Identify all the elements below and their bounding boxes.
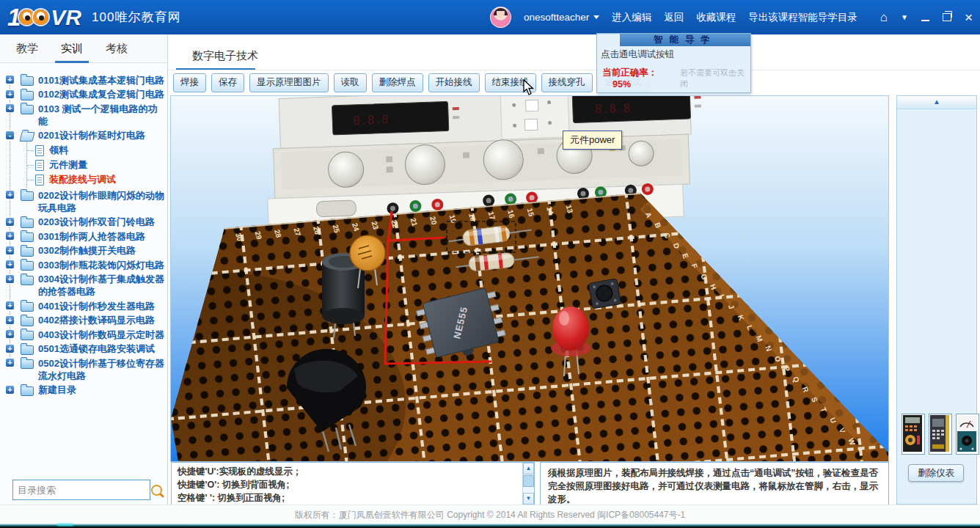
header-menu-item-1[interactable]: 进入编辑 <box>612 11 651 24</box>
instrument-panel: ▲ <box>896 95 977 505</box>
folder-icon <box>21 76 34 86</box>
search-input[interactable] <box>13 485 151 496</box>
scroll-down-button[interactable]: ▼ <box>523 493 534 505</box>
tree-leaf[interactable]: 领料 <box>27 143 167 158</box>
tree-leaf[interactable]: 元件测量 <box>27 158 167 172</box>
home-icon[interactable]: ⌂ <box>880 11 888 23</box>
tab-course[interactable]: 数字电子技术 <box>192 49 258 63</box>
tree-node-label: 0302制作触摸开关电路 <box>38 244 166 257</box>
header-menu-item-3[interactable]: 收藏课程 <box>696 11 736 24</box>
tree-node-label: 0102测试集成复合逻辑门电路 <box>38 88 166 101</box>
header-menu-item-2[interactable]: 返回 <box>664 11 684 24</box>
tab-divider <box>167 70 980 70</box>
panel-scroll-up-button[interactable]: ▲ <box>897 96 976 109</box>
expander-icon[interactable]: + <box>6 316 14 324</box>
app-window: 1 VR 100唯尔教育网 onesoftteacher 进入编辑返回收藏课程导… <box>0 0 980 528</box>
username-menu[interactable]: onesoftteacher <box>524 12 599 23</box>
tree-node[interactable]: +0202设计制作眼睛闪烁的动物玩具电路 <box>0 188 167 215</box>
expander-icon[interactable]: + <box>6 386 14 394</box>
expander-icon[interactable]: + <box>6 76 14 84</box>
expander-icon[interactable]: + <box>6 246 14 254</box>
restore-window-button[interactable] <box>943 13 951 21</box>
tree-node[interactable]: -0201设计制作延时灯电路 <box>0 128 167 143</box>
copyright-text: 版权所有：厦门凤凰创壹软件有限公司 Copyright © 2014 All R… <box>295 510 685 520</box>
instrument-list <box>902 414 979 455</box>
close-button[interactable]: × <box>965 10 973 24</box>
toolbar-button-3[interactable]: 显示原理图图片 <box>249 73 329 92</box>
expander-icon[interactable]: + <box>6 232 14 240</box>
site-logo[interactable]: 1 VR <box>7 4 81 32</box>
search-icon[interactable] <box>151 485 162 496</box>
smart-guide-panel[interactable]: 智能导学 点击通电调试按钮 当前正确率：95% 若不需要可双击关闭 <box>596 33 751 93</box>
tree-node[interactable]: +0401设计制作秒发生器电路 <box>0 298 167 313</box>
digital-multimeter-thumbnail[interactable] <box>902 414 925 455</box>
document-icon <box>35 160 44 171</box>
document-icon <box>35 175 44 186</box>
3d-viewport[interactable]: 0.8.8 8.8.8 <box>170 95 889 462</box>
task-instruction-text: 须根据原理图片，装配布局并接线焊接，通过点击“通电调试”按钮，验证检查是否完全按… <box>541 463 888 506</box>
expander-icon[interactable]: + <box>6 345 14 353</box>
logo-eye-icon <box>33 10 48 25</box>
expander-icon[interactable]: + <box>6 301 14 309</box>
tree-node[interactable]: +0203设计制作双音门铃电路 <box>0 215 167 230</box>
toolbar-button-6[interactable]: 开始接线 <box>428 73 480 92</box>
expander-icon[interactable]: + <box>6 330 14 338</box>
toolbar-button-2[interactable]: 保存 <box>211 73 244 92</box>
expander-icon[interactable]: + <box>6 104 14 112</box>
analog-multimeter-thumbnail[interactable] <box>956 414 979 455</box>
dropdown-icon[interactable]: ▼ <box>901 13 908 21</box>
toolbar-button-7[interactable]: 结束接线 <box>485 73 536 92</box>
folder-icon <box>21 191 34 201</box>
scrollbar-thumb[interactable] <box>523 475 534 487</box>
tree-node[interactable]: +0101测试集成基本逻辑门电路 <box>0 73 167 87</box>
folder-icon <box>19 132 34 142</box>
tree-node-label: 0202设计制作眼睛闪烁的动物玩具电路 <box>38 188 166 214</box>
signal-meter-thumbnail[interactable] <box>929 414 952 455</box>
tree-node-label: 0401设计制作秒发生器电路 <box>38 299 166 312</box>
push-button[interactable] <box>588 279 621 309</box>
top-header-bar: 1 VR 100唯尔教育网 onesoftteacher 进入编辑返回收藏课程导… <box>0 0 980 34</box>
document-icon <box>35 145 44 156</box>
tree-node[interactable]: +0103 测试一个逻辑电路的功能 <box>0 101 167 128</box>
tree-node-label: 0403设计制作数码显示定时器 <box>38 328 166 341</box>
tree-node[interactable]: +0102测试集成复合逻辑门电路 <box>0 87 167 102</box>
expander-icon[interactable]: - <box>6 131 14 139</box>
toolbar-button-4[interactable]: 读取 <box>334 73 367 92</box>
tree-node[interactable]: +0403设计制作数码显示定时器 <box>0 327 167 342</box>
tree-leaf[interactable]: 装配接线与调试 <box>27 172 167 187</box>
expander-icon[interactable]: + <box>6 359 14 367</box>
tree-node[interactable]: +0303制作瓶花装饰闪烁灯电路 <box>0 257 167 272</box>
expander-icon[interactable]: + <box>6 218 14 226</box>
toolbar-button-8[interactable]: 接线穿孔 <box>541 73 593 92</box>
scrollbar: ▲ ▼ <box>522 463 534 505</box>
tree-node-label: 0301制作两人抢答器电路 <box>38 230 166 243</box>
tree-node[interactable]: +0502设计制作基于移位寄存器流水灯电路 <box>0 356 167 383</box>
expander-icon[interactable]: + <box>6 275 14 283</box>
tree-node-label: 0502设计制作基于移位寄存器流水灯电路 <box>38 356 166 382</box>
expander-icon[interactable]: + <box>6 191 14 199</box>
toolbar-button-5[interactable]: 删除焊点 <box>372 73 423 92</box>
tree-node[interactable]: +0302制作触摸开关电路 <box>0 243 167 258</box>
folder-icon <box>21 261 34 271</box>
tree-node-label: 0501选通锁存电路安装调试 <box>38 342 166 356</box>
delete-instrument-button[interactable]: 删除仪表 <box>908 464 964 482</box>
sidebar-tab-1[interactable]: 教学 <box>15 35 40 62</box>
tree-leaf-label: 元件测量 <box>49 158 87 172</box>
expander-icon[interactable]: + <box>6 90 14 98</box>
tree-node[interactable]: +0402搭接计数译码显示电路 <box>0 313 167 328</box>
tree-leaf-label: 装配接线与调试 <box>49 173 116 186</box>
course-tree: +0101测试集成基本逻辑门电路+0102测试集成复合逻辑门电路+0103 测试… <box>0 73 167 397</box>
toolbar-button-1[interactable]: 焊接 <box>173 73 206 92</box>
header-menu-item-4[interactable]: 导出该课程智能导学目录 <box>748 11 858 24</box>
tree-node[interactable]: +0501选通锁存电路安装调试 <box>0 342 167 356</box>
user-avatar[interactable] <box>490 7 511 28</box>
tree-connector <box>27 180 34 180</box>
expander-icon[interactable]: + <box>6 260 14 268</box>
tree-node[interactable]: +0301制作两人抢答器电路 <box>0 229 167 243</box>
minimize-button[interactable] <box>921 20 929 21</box>
tree-node[interactable]: +新建目录 <box>0 383 167 397</box>
sidebar-tab-2[interactable]: 实训 <box>59 35 84 62</box>
scroll-up-button[interactable]: ▲ <box>523 463 534 474</box>
tree-node[interactable]: +0304设计制作基于集成触发器的抢答器电路 <box>0 272 167 299</box>
sidebar-tab-3[interactable]: 考核 <box>104 35 129 62</box>
